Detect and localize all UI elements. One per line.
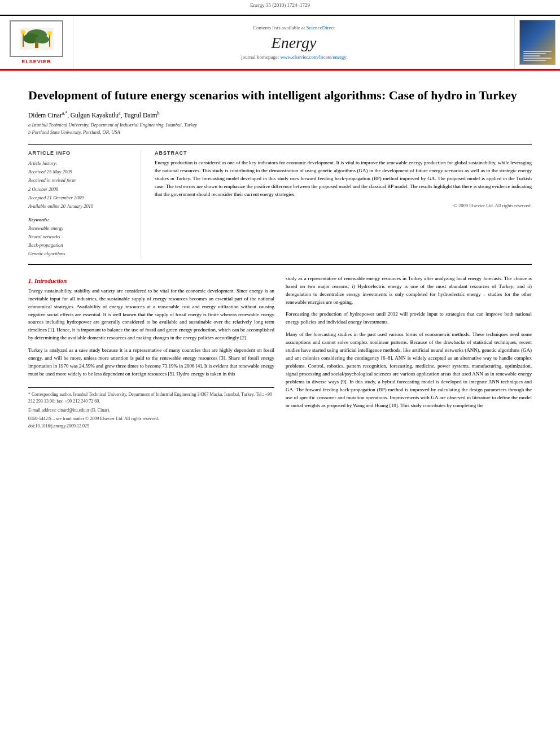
body-content: 1. Introduction Energy sustainability, s… bbox=[28, 275, 532, 429]
email-link[interactable]: cinard@itu.edu.tr bbox=[58, 408, 89, 413]
article-info-heading: Article Info bbox=[28, 150, 133, 156]
keyword-4: Genetic algorithms bbox=[28, 250, 133, 258]
author-didem: Didem Cinar bbox=[28, 111, 62, 118]
article-info-abstract: Article Info Article history: Received 2… bbox=[28, 144, 532, 265]
authors-line: Didem Cinara,*, Gulgun Kayakutlua, Tugru… bbox=[28, 111, 532, 119]
article-history: Article history: Received 25 May 2009 Re… bbox=[28, 159, 133, 211]
corresponding-author-footnote: * Corresponding author. Istanbul Technic… bbox=[28, 391, 274, 405]
journal-homepage-link[interactable]: www.elsevier.com/locate/energy bbox=[281, 54, 347, 60]
body-right-paragraph-1: study as a representative of renewable e… bbox=[286, 275, 532, 307]
elsevier-tree-icon bbox=[20, 28, 54, 50]
homepage-line: journal homepage: www.elsevier.com/locat… bbox=[241, 54, 347, 60]
article-title: Development of future energy scenarios w… bbox=[28, 88, 532, 104]
author-gulgun: Gulgun Kayakutlu bbox=[71, 111, 119, 118]
revised-date: 2 October 2009 bbox=[28, 185, 133, 194]
abstract-column: Abstract Energy production is considered… bbox=[152, 150, 532, 259]
email-footnote: E-mail address: cinard@itu.edu.tr (D. Ci… bbox=[28, 407, 274, 414]
keywords-list: Renewable energy Neural networks Back-pr… bbox=[28, 224, 133, 259]
keywords-section: Keywords: Renewable energy Neural networ… bbox=[28, 217, 133, 259]
abstract-heading: Abstract bbox=[155, 150, 532, 156]
journal-center-info: Contents lists available at ScienceDirec… bbox=[73, 16, 515, 69]
received-date: Received 25 May 2009 bbox=[28, 168, 133, 176]
keywords-label: Keywords: bbox=[28, 217, 133, 222]
abstract-text: Energy production is considered as one o… bbox=[155, 159, 532, 199]
footnotes: * Corresponding author. Istanbul Technic… bbox=[28, 387, 274, 429]
journal-cover-image bbox=[515, 16, 560, 69]
keyword-3: Back-propagation bbox=[28, 241, 133, 250]
body-left-column: 1. Introduction Energy sustainability, s… bbox=[28, 275, 274, 429]
copyright-line: © 2009 Elsevier Ltd. All rights reserved… bbox=[155, 203, 532, 208]
top-bar: Energy 35 (2010) 1724–1729 bbox=[0, 0, 560, 16]
doi-line: doi:10.1016/j.energy.2009.12.025 bbox=[28, 423, 274, 429]
svg-point-8 bbox=[47, 31, 52, 36]
elsevier-brand-text: ELSEVIER bbox=[21, 59, 51, 64]
issn-line: 0360-5442/$ – see front matter © 2009 El… bbox=[28, 416, 274, 421]
journal-header: ELSEVIER Contents lists available at Sci… bbox=[0, 16, 560, 71]
svg-rect-7 bbox=[49, 34, 50, 47]
journal-title: Energy bbox=[272, 34, 317, 52]
svg-rect-5 bbox=[23, 33, 24, 47]
affiliation-b: b Portland State University, Portland, O… bbox=[28, 129, 532, 136]
article-info-column: Article Info Article history: Received 2… bbox=[28, 150, 141, 259]
author-tugrul: Tugrul Daim bbox=[124, 111, 157, 118]
affiliations: a Istanbul Technical University, Departm… bbox=[28, 121, 532, 136]
sciencedirect-link[interactable]: ScienceDirect bbox=[307, 25, 335, 30]
body-paragraph-2: Turkey is analyzed as a case study becau… bbox=[28, 347, 274, 378]
body-right-column: study as a representative of renewable e… bbox=[286, 275, 532, 429]
svg-point-6 bbox=[21, 30, 25, 34]
received-revised-label: Received in revised form bbox=[28, 176, 133, 185]
contents-line: Contents lists available at ScienceDirec… bbox=[253, 25, 335, 30]
accepted-date: Accepted 21 December 2009 bbox=[28, 194, 133, 202]
affiliation-a: a Istanbul Technical University, Departm… bbox=[28, 121, 532, 129]
cover-thumbnail bbox=[519, 20, 555, 65]
elsevier-logo-box bbox=[10, 20, 63, 57]
section-1-heading: 1. Introduction bbox=[28, 277, 274, 284]
journal-reference: Energy 35 (2010) 1724–1729 bbox=[0, 2, 560, 8]
history-label: Article history: bbox=[28, 159, 133, 168]
svg-rect-4 bbox=[35, 42, 38, 48]
body-paragraph-1: Energy sustainability, stability and var… bbox=[28, 287, 274, 343]
body-right-paragraph-many: Many of the forecasting studies in the p… bbox=[286, 331, 532, 409]
main-content: Development of future energy scenarios w… bbox=[0, 71, 560, 440]
body-right-paragraph-forecasting: Forecasting the production of hydropower… bbox=[286, 311, 532, 326]
available-online-date: Available online 20 January 2010 bbox=[28, 202, 133, 211]
keyword-1: Renewable energy bbox=[28, 224, 133, 233]
svg-point-3 bbox=[36, 36, 49, 43]
elsevier-logo-section: ELSEVIER bbox=[0, 16, 73, 69]
keyword-2: Neural networks bbox=[28, 233, 133, 241]
